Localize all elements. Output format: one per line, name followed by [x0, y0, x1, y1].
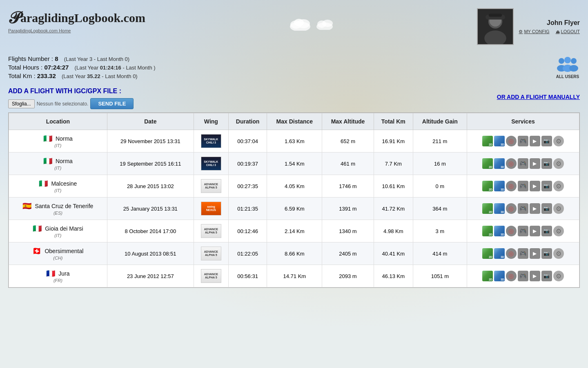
map-3d-icon[interactable]: 3D: [494, 136, 505, 146]
video-icon[interactable]: ▶: [530, 271, 540, 281]
max-distance-cell: 1.63 Km: [267, 130, 322, 153]
camera-icon[interactable]: 📷: [541, 226, 552, 236]
country-flag: 🇪🇸: [22, 202, 31, 211]
date-cell: 29 November 2015 13:31: [107, 130, 194, 153]
svg-point-17: [571, 58, 577, 64]
target-icon[interactable]: ◎: [506, 226, 517, 236]
target-icon[interactable]: ◎: [506, 248, 517, 259]
gamepad-icon[interactable]: 🎮: [518, 181, 528, 191]
services-cell[interactable]: 2D 3D ◎ 🎮 ▶ 📷 ⚙: [467, 130, 579, 153]
settings-icon[interactable]: ⚙: [553, 271, 564, 281]
duration-cell: 00:12:46: [228, 220, 267, 242]
target-icon[interactable]: ◎: [506, 136, 517, 146]
video-icon[interactable]: ▶: [530, 248, 540, 259]
country-flag: 🇨🇭: [32, 247, 41, 256]
video-icon[interactable]: ▶: [530, 181, 540, 191]
gamepad-icon[interactable]: 🎮: [518, 203, 528, 214]
country-flag: 🇮🇹: [43, 157, 52, 166]
target-icon[interactable]: ◎: [506, 181, 517, 191]
camera-icon[interactable]: 📷: [541, 203, 552, 214]
home-link[interactable]: ParaglidingLogbook.com Home: [8, 28, 145, 33]
add-flight-title: ADD A FLIGHT WITH IGC/GPX FILE :: [8, 88, 134, 95]
col-services: Services: [467, 113, 579, 130]
map-2d-icon[interactable]: 2D: [482, 203, 493, 214]
logout-link[interactable]: ⏏ LOGOUT: [556, 29, 580, 34]
target-icon[interactable]: ◎: [506, 271, 517, 281]
video-icon[interactable]: ▶: [530, 136, 540, 146]
services-cell[interactable]: 2D 3D ◎ 🎮 ▶ 📷 ⚙: [467, 220, 579, 242]
altitude-gain-cell: 211 m: [413, 130, 467, 153]
map-2d-icon[interactable]: 2D: [482, 248, 493, 259]
map-2d-icon[interactable]: 2D: [482, 181, 493, 191]
map-2d-icon[interactable]: 2D: [482, 226, 493, 236]
settings-icon[interactable]: ⚙: [553, 136, 564, 146]
map-3d-icon[interactable]: 3D: [494, 226, 505, 236]
duration-cell: 00:19:37: [228, 153, 267, 175]
duration-cell: 00:56:31: [228, 265, 267, 287]
logout-icon: ⏏: [556, 29, 560, 34]
services-cell[interactable]: 2D 3D ◎ 🎮 ▶ 📷 ⚙: [467, 265, 579, 287]
services-cell[interactable]: 2D 3D ◎ 🎮 ▶ 📷 ⚙: [467, 197, 579, 220]
cloud-decoration-2: [314, 18, 335, 30]
table-row: 🇨🇭 Obersimmental (CH) 10 August 2013 08:…: [9, 242, 579, 265]
send-file-button[interactable]: SEND FILE: [90, 98, 134, 109]
settings-icon[interactable]: ⚙: [553, 181, 564, 191]
date-cell: 23 June 2012 12:57: [107, 265, 194, 287]
user-avatar: [477, 8, 514, 45]
video-icon[interactable]: ▶: [530, 158, 540, 169]
km-stat: Total Km : 233.32 (Last Year 35.22 - Las…: [8, 72, 156, 79]
map-2d-icon[interactable]: 2D: [482, 136, 493, 146]
date-cell: 8 October 2014 17:00: [107, 220, 194, 242]
total-km-cell: 4.98 Km: [374, 220, 413, 242]
gamepad-icon[interactable]: 🎮: [518, 271, 528, 281]
col-total-km: Total Km: [374, 113, 413, 130]
map-3d-icon[interactable]: 3D: [494, 203, 505, 214]
map-2d-icon[interactable]: 2D: [482, 158, 493, 169]
camera-icon[interactable]: 📷: [541, 248, 552, 259]
col-date: Date: [107, 113, 194, 130]
settings-icon[interactable]: ⚙: [553, 248, 564, 259]
services-cell[interactable]: 2D 3D ◎ 🎮 ▶ 📷 ⚙: [467, 175, 579, 197]
gamepad-icon[interactable]: 🎮: [518, 136, 528, 146]
total-km-cell: 40.41 Km: [374, 242, 413, 265]
video-icon[interactable]: ▶: [530, 226, 540, 236]
services-cell[interactable]: 2D 3D ◎ 🎮 ▶ 📷 ⚙: [467, 153, 579, 175]
location-country: (IT): [54, 143, 61, 148]
settings-icon[interactable]: ⚙: [553, 158, 564, 169]
map-3d-icon[interactable]: 3D: [494, 181, 505, 191]
gamepad-icon[interactable]: 🎮: [518, 158, 528, 169]
col-altitude-gain: Altitude Gain: [413, 113, 467, 130]
gamepad-icon[interactable]: 🎮: [518, 248, 528, 259]
location-country: (IT): [54, 166, 61, 171]
my-config-link[interactable]: ⚙ MY CONFIG: [519, 29, 549, 34]
camera-icon[interactable]: 📷: [541, 271, 552, 281]
country-flag: 🇮🇹: [43, 134, 52, 143]
map-3d-icon[interactable]: 3D: [494, 271, 505, 281]
map-2d-icon[interactable]: 2D: [482, 271, 493, 281]
svg-rect-12: [489, 13, 502, 17]
location-cell: 🇮🇹 Gioia dei Marsi (IT): [12, 224, 104, 238]
settings-icon[interactable]: ⚙: [553, 226, 564, 236]
max-altitude-cell: 652 m: [322, 130, 374, 153]
camera-icon[interactable]: 📷: [541, 181, 552, 191]
target-icon[interactable]: ◎: [506, 203, 517, 214]
country-flag: 🇮🇹: [33, 224, 42, 233]
target-icon[interactable]: ◎: [506, 158, 517, 169]
camera-icon[interactable]: 📷: [541, 136, 552, 146]
camera-icon[interactable]: 📷: [541, 158, 552, 169]
max-altitude-cell: 2405 m: [322, 242, 374, 265]
video-icon[interactable]: ▶: [530, 203, 540, 214]
browse-button[interactable]: Sfoglia...: [8, 99, 35, 108]
flights-stat: Flights Number : 8 (Last Year 3 - Last M…: [8, 55, 156, 62]
services-cell[interactable]: 2D 3D ◎ 🎮 ▶ 📷 ⚙: [467, 242, 579, 265]
add-manually-link[interactable]: OR ADD A FLIGHT MANUALLY: [497, 88, 580, 100]
table-row: 🇮🇹 Norma (IT) 19 September 2015 16:11 SK…: [9, 153, 579, 175]
service-icons: 2D 3D ◎ 🎮 ▶ 📷 ⚙: [470, 248, 576, 259]
gamepad-icon[interactable]: 🎮: [518, 226, 528, 236]
map-3d-icon[interactable]: 3D: [494, 248, 505, 259]
service-icons: 2D 3D ◎ 🎮 ▶ 📷 ⚙: [470, 203, 576, 214]
settings-icon[interactable]: ⚙: [553, 203, 564, 214]
total-km-cell: 41.72 Km: [374, 197, 413, 220]
map-3d-icon[interactable]: 3D: [494, 158, 505, 169]
all-users-button[interactable]: ALL USERS: [555, 56, 580, 79]
